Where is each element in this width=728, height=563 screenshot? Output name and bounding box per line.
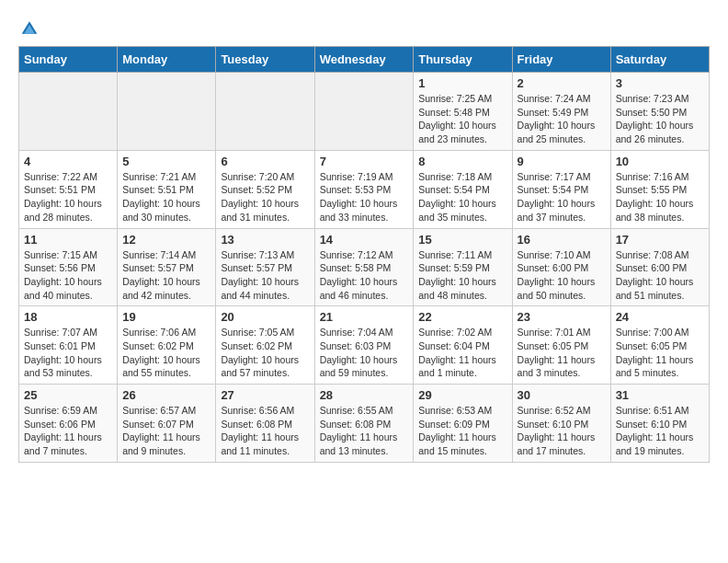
calendar-cell: 20Sunrise: 7:05 AM Sunset: 6:02 PM Dayli…	[216, 306, 314, 385]
calendar-cell: 2Sunrise: 7:24 AM Sunset: 5:49 PM Daylig…	[512, 73, 610, 151]
day-info: Sunrise: 7:22 AM Sunset: 5:51 PM Dayligh…	[24, 170, 112, 224]
day-info: Sunrise: 7:05 AM Sunset: 6:02 PM Dayligh…	[221, 326, 309, 380]
day-number: 5	[122, 155, 210, 168]
header-thursday: Thursday	[414, 47, 512, 73]
day-number: 22	[418, 310, 506, 324]
day-info: Sunrise: 7:24 AM Sunset: 5:49 PM Dayligh…	[518, 92, 606, 146]
calendar-cell: 18Sunrise: 7:07 AM Sunset: 6:01 PM Dayli…	[19, 306, 118, 385]
day-info: Sunrise: 7:19 AM Sunset: 5:53 PM Dayligh…	[320, 170, 409, 224]
calendar-cell	[216, 73, 314, 151]
calendar-week-row: 1Sunrise: 7:25 AM Sunset: 5:48 PM Daylig…	[19, 73, 710, 151]
calendar-cell: 22Sunrise: 7:02 AM Sunset: 6:04 PM Dayli…	[414, 306, 512, 385]
calendar-cell: 8Sunrise: 7:18 AM Sunset: 5:54 PM Daylig…	[414, 150, 512, 228]
calendar-cell: 17Sunrise: 7:08 AM Sunset: 6:00 PM Dayli…	[610, 228, 709, 306]
day-info: Sunrise: 7:23 AM Sunset: 5:50 PM Dayligh…	[616, 92, 704, 146]
day-number: 29	[418, 388, 506, 402]
calendar-cell: 6Sunrise: 7:20 AM Sunset: 5:52 PM Daylig…	[216, 150, 314, 228]
day-number: 23	[518, 310, 606, 324]
page-header	[18, 18, 710, 37]
day-number: 20	[221, 310, 309, 324]
day-info: Sunrise: 7:16 AM Sunset: 5:55 PM Dayligh…	[616, 170, 704, 224]
calendar-week-row: 11Sunrise: 7:15 AM Sunset: 5:56 PM Dayli…	[19, 228, 710, 306]
calendar-cell: 19Sunrise: 7:06 AM Sunset: 6:02 PM Dayli…	[118, 306, 216, 385]
day-info: Sunrise: 6:56 AM Sunset: 6:08 PM Dayligh…	[221, 404, 309, 458]
day-info: Sunrise: 6:55 AM Sunset: 6:08 PM Dayligh…	[320, 404, 409, 458]
day-info: Sunrise: 7:17 AM Sunset: 5:54 PM Dayligh…	[518, 170, 606, 224]
day-number: 12	[122, 233, 210, 247]
calendar-cell: 12Sunrise: 7:14 AM Sunset: 5:57 PM Dayli…	[118, 228, 216, 306]
calendar-cell: 27Sunrise: 6:56 AM Sunset: 6:08 PM Dayli…	[216, 385, 314, 463]
day-info: Sunrise: 6:53 AM Sunset: 6:09 PM Dayligh…	[418, 404, 506, 458]
calendar-cell: 14Sunrise: 7:12 AM Sunset: 5:58 PM Dayli…	[314, 228, 414, 306]
day-number: 21	[320, 310, 409, 324]
day-number: 7	[320, 155, 409, 168]
day-info: Sunrise: 7:14 AM Sunset: 5:57 PM Dayligh…	[122, 248, 210, 303]
calendar-cell: 31Sunrise: 6:51 AM Sunset: 6:10 PM Dayli…	[610, 385, 709, 463]
day-info: Sunrise: 7:20 AM Sunset: 5:52 PM Dayligh…	[221, 170, 309, 224]
day-info: Sunrise: 7:11 AM Sunset: 5:59 PM Dayligh…	[418, 248, 506, 303]
day-info: Sunrise: 7:18 AM Sunset: 5:54 PM Dayligh…	[418, 170, 506, 224]
calendar-cell: 4Sunrise: 7:22 AM Sunset: 5:51 PM Daylig…	[19, 150, 118, 228]
day-info: Sunrise: 7:04 AM Sunset: 6:03 PM Dayligh…	[320, 326, 409, 380]
calendar-week-row: 18Sunrise: 7:07 AM Sunset: 6:01 PM Dayli…	[19, 306, 710, 385]
day-info: Sunrise: 6:57 AM Sunset: 6:07 PM Dayligh…	[122, 404, 210, 458]
day-info: Sunrise: 7:01 AM Sunset: 6:05 PM Dayligh…	[518, 326, 606, 380]
day-number: 8	[418, 155, 506, 168]
day-number: 30	[518, 388, 606, 402]
calendar-week-row: 25Sunrise: 6:59 AM Sunset: 6:06 PM Dayli…	[19, 385, 710, 463]
day-number: 3	[616, 76, 704, 90]
calendar-header-row: SundayMondayTuesdayWednesdayThursdayFrid…	[19, 47, 710, 73]
calendar-cell: 16Sunrise: 7:10 AM Sunset: 6:00 PM Dayli…	[512, 228, 610, 306]
calendar-cell: 13Sunrise: 7:13 AM Sunset: 5:57 PM Dayli…	[216, 228, 314, 306]
calendar-week-row: 4Sunrise: 7:22 AM Sunset: 5:51 PM Daylig…	[19, 150, 710, 228]
header-saturday: Saturday	[610, 47, 709, 73]
calendar-cell	[19, 73, 118, 151]
calendar-cell: 30Sunrise: 6:52 AM Sunset: 6:10 PM Dayli…	[512, 385, 610, 463]
day-info: Sunrise: 7:21 AM Sunset: 5:51 PM Dayligh…	[122, 170, 210, 224]
day-number: 2	[518, 76, 606, 90]
day-info: Sunrise: 7:12 AM Sunset: 5:58 PM Dayligh…	[320, 248, 409, 303]
calendar-cell: 23Sunrise: 7:01 AM Sunset: 6:05 PM Dayli…	[512, 306, 610, 385]
calendar-cell: 15Sunrise: 7:11 AM Sunset: 5:59 PM Dayli…	[414, 228, 512, 306]
day-info: Sunrise: 7:07 AM Sunset: 6:01 PM Dayligh…	[24, 326, 112, 380]
day-number: 31	[616, 388, 704, 402]
calendar-cell: 26Sunrise: 6:57 AM Sunset: 6:07 PM Dayli…	[118, 385, 216, 463]
day-number: 19	[122, 310, 210, 324]
day-number: 24	[616, 310, 704, 324]
calendar-cell	[118, 73, 216, 151]
day-info: Sunrise: 6:51 AM Sunset: 6:10 PM Dayligh…	[616, 404, 704, 458]
day-info: Sunrise: 6:52 AM Sunset: 6:10 PM Dayligh…	[518, 404, 606, 458]
calendar-cell: 24Sunrise: 7:00 AM Sunset: 6:05 PM Dayli…	[610, 306, 709, 385]
calendar-table: SundayMondayTuesdayWednesdayThursdayFrid…	[18, 46, 710, 463]
day-info: Sunrise: 7:25 AM Sunset: 5:48 PM Dayligh…	[418, 92, 506, 146]
day-number: 15	[418, 233, 506, 247]
day-number: 6	[221, 155, 309, 168]
day-number: 16	[518, 233, 606, 247]
day-info: Sunrise: 7:06 AM Sunset: 6:02 PM Dayligh…	[122, 326, 210, 380]
calendar-cell: 29Sunrise: 6:53 AM Sunset: 6:09 PM Dayli…	[414, 385, 512, 463]
day-number: 1	[418, 76, 506, 90]
calendar-cell: 1Sunrise: 7:25 AM Sunset: 5:48 PM Daylig…	[414, 73, 512, 151]
day-number: 14	[320, 233, 409, 247]
day-info: Sunrise: 7:08 AM Sunset: 6:00 PM Dayligh…	[616, 248, 704, 303]
day-info: Sunrise: 7:10 AM Sunset: 6:00 PM Dayligh…	[518, 248, 606, 303]
day-number: 17	[616, 233, 704, 247]
logo-icon	[20, 18, 39, 37]
day-info: Sunrise: 7:02 AM Sunset: 6:04 PM Dayligh…	[418, 326, 506, 380]
day-number: 4	[24, 155, 112, 168]
calendar-cell: 28Sunrise: 6:55 AM Sunset: 6:08 PM Dayli…	[314, 385, 414, 463]
day-number: 25	[24, 388, 112, 402]
calendar-cell: 3Sunrise: 7:23 AM Sunset: 5:50 PM Daylig…	[610, 73, 709, 151]
day-info: Sunrise: 7:15 AM Sunset: 5:56 PM Dayligh…	[24, 248, 112, 303]
calendar-cell: 9Sunrise: 7:17 AM Sunset: 5:54 PM Daylig…	[512, 150, 610, 228]
day-number: 28	[320, 388, 409, 402]
header-friday: Friday	[512, 47, 610, 73]
calendar-cell: 7Sunrise: 7:19 AM Sunset: 5:53 PM Daylig…	[314, 150, 414, 228]
header-tuesday: Tuesday	[216, 47, 314, 73]
day-number: 11	[24, 233, 112, 247]
header-monday: Monday	[118, 47, 216, 73]
logo	[18, 18, 40, 37]
header-sunday: Sunday	[19, 47, 118, 73]
day-number: 27	[221, 388, 309, 402]
calendar-cell: 5Sunrise: 7:21 AM Sunset: 5:51 PM Daylig…	[118, 150, 216, 228]
